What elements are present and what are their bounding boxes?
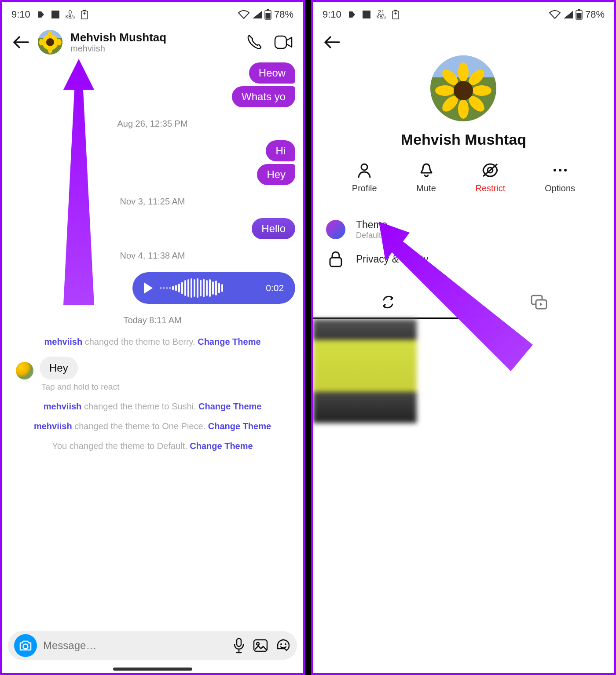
svg-point-35 — [458, 62, 469, 82]
voice-duration: 0:02 — [266, 283, 284, 293]
network-speed: 21 KB/s — [377, 10, 386, 19]
more-icon — [551, 161, 569, 179]
audio-call-button[interactable] — [246, 34, 263, 51]
media-grid[interactable] — [313, 319, 614, 423]
svg-rect-27 — [363, 11, 370, 18]
sent-message[interactable]: Hi — [266, 140, 295, 161]
system-message: mehviish changed the theme to Sushi. Cha… — [10, 401, 295, 412]
contact-username: mehviish — [70, 44, 238, 54]
sticker-button[interactable] — [276, 638, 291, 653]
status-time: 9:10 — [11, 9, 30, 20]
system-message: You changed the theme to Default. Change… — [10, 441, 295, 451]
svg-rect-29 — [394, 10, 397, 11]
dnd-icon — [348, 10, 356, 19]
tab-shared[interactable] — [313, 287, 464, 319]
privacy-setting[interactable]: Privacy & safety — [326, 245, 601, 273]
svg-rect-31 — [578, 9, 580, 11]
change-theme-link[interactable]: Change Theme — [198, 401, 261, 411]
restrict-icon — [481, 161, 499, 179]
settings-list: Theme Default Privacy & safety — [313, 193, 614, 273]
received-message[interactable]: Hey — [40, 357, 78, 379]
avatar[interactable] — [16, 362, 33, 379]
svg-point-10 — [48, 31, 52, 39]
theme-setting[interactable]: Theme Default — [326, 214, 601, 245]
svg-point-14 — [48, 46, 52, 54]
system-message: mehviish changed the theme to Berry. Cha… — [10, 337, 295, 347]
profile-section: Mehvish Mushtaq Profile Mute Restrict Op… — [313, 51, 614, 193]
timestamp: Today 8:11 AM — [10, 315, 295, 325]
timestamp: Nov 4, 11:38 AM — [10, 251, 295, 261]
reaction-hint: Tap and hold to react — [10, 382, 295, 392]
svg-rect-4 — [267, 9, 269, 11]
status-bar: 9:10 21 KB/s 78% — [313, 2, 614, 23]
svg-rect-1 — [81, 11, 88, 19]
back-button[interactable] — [323, 33, 341, 51]
back-button[interactable] — [12, 33, 30, 51]
status-time: 9:10 — [323, 9, 341, 20]
svg-rect-0 — [51, 11, 59, 18]
network-speed: 0 KB/s — [66, 10, 75, 19]
profile-action[interactable]: Profile — [352, 161, 377, 193]
battery-percent: 78% — [274, 9, 293, 20]
profile-name: Mehvish Mushtaq — [401, 131, 526, 148]
theme-subtitle: Default — [356, 231, 601, 240]
timestamp: Aug 26, 12:35 PM — [10, 119, 295, 129]
svg-point-25 — [285, 643, 286, 645]
sent-message[interactable]: Heow — [249, 62, 295, 84]
svg-rect-50 — [330, 258, 341, 266]
sent-message[interactable]: Hello — [252, 218, 295, 239]
gallery-button[interactable] — [253, 639, 268, 652]
svg-point-39 — [458, 99, 469, 119]
message-composer — [8, 631, 297, 660]
options-action[interactable]: Options — [545, 161, 575, 193]
bell-icon — [418, 161, 435, 179]
svg-point-37 — [472, 85, 491, 96]
avatar[interactable] — [38, 30, 62, 55]
privacy-title: Privacy & safety — [356, 253, 601, 265]
wifi-icon — [238, 10, 249, 19]
theme-icon — [326, 220, 345, 239]
phone-screen-profile: 9:10 21 KB/s 78% Mehvish Mushtaq — [311, 0, 616, 675]
tab-media[interactable] — [463, 287, 614, 319]
stop-icon — [363, 11, 370, 18]
svg-point-43 — [454, 81, 473, 100]
sent-message[interactable]: Whats yo — [232, 86, 295, 107]
voice-message[interactable]: 0:02 — [132, 272, 295, 304]
svg-point-20 — [23, 644, 28, 649]
camera-button[interactable] — [14, 634, 37, 657]
sent-message[interactable]: Hey — [257, 164, 295, 185]
change-theme-link[interactable]: Change Theme — [198, 337, 260, 347]
video-call-button[interactable] — [274, 35, 293, 49]
media-thumbnail[interactable] — [313, 319, 417, 423]
messages-area[interactable]: Heow Whats yo Aug 26, 12:35 PM Hi Hey No… — [2, 62, 303, 451]
received-message-row: Hey — [10, 357, 295, 379]
battery-icon — [576, 9, 583, 20]
battery-icon — [264, 9, 271, 20]
home-indicator[interactable] — [113, 668, 192, 671]
status-bar: 9:10 0 KB/s 78% — [2, 2, 303, 23]
sync-icon — [381, 295, 396, 310]
battery-percent: 78% — [585, 9, 605, 20]
change-theme-link[interactable]: Change Theme — [208, 421, 271, 431]
dnd-icon — [37, 10, 45, 19]
battery-saver-icon — [392, 10, 399, 19]
svg-rect-5 — [266, 13, 271, 19]
restrict-action[interactable]: Restrict — [476, 161, 506, 193]
change-theme-link[interactable]: Change Theme — [190, 441, 253, 451]
svg-rect-22 — [254, 640, 267, 651]
play-icon[interactable] — [144, 282, 153, 294]
message-input[interactable] — [43, 639, 227, 652]
media-icon — [531, 295, 547, 310]
svg-point-23 — [257, 642, 259, 645]
profile-actions: Profile Mute Restrict Options — [313, 161, 614, 193]
waveform[interactable] — [160, 278, 259, 298]
mic-button[interactable] — [233, 638, 245, 653]
mute-action[interactable]: Mute — [416, 161, 436, 193]
svg-point-44 — [361, 164, 367, 170]
profile-avatar[interactable] — [430, 55, 496, 121]
svg-point-47 — [554, 169, 556, 171]
contact-info[interactable]: Mehvish Mushtaq mehviish — [70, 31, 238, 54]
svg-rect-19 — [275, 36, 286, 48]
signal-icon — [563, 11, 573, 18]
phone-screen-chat: 9:10 0 KB/s 78% Mehvish Mushtaq mehviish — [0, 0, 305, 675]
